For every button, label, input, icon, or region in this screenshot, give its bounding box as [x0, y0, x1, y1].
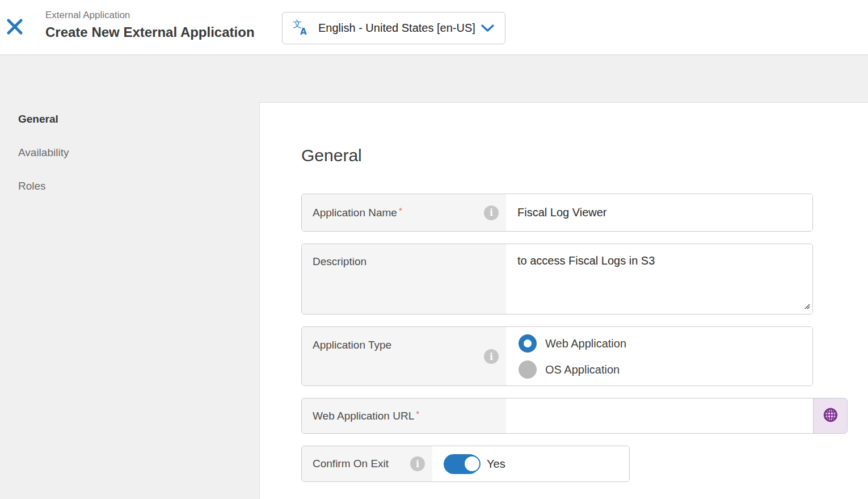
application-name-label: Application Name* [313, 207, 402, 219]
general-panel: General Application Name* i Description [259, 102, 868, 499]
toggle-knob [464, 455, 481, 472]
language-selector[interactable]: 文 A English - United States [en-US] [282, 12, 505, 44]
description-label: Description [313, 255, 366, 268]
info-icon[interactable]: i [484, 349, 499, 364]
general-form: Application Name* i Description to acces… [301, 194, 852, 494]
web-application-url-row: Web Application URL* [301, 398, 852, 434]
section-heading: General [301, 146, 362, 165]
open-url-button[interactable] [813, 398, 848, 434]
header: External Application Create New External… [0, 0, 868, 55]
radio-unselected-icon [519, 360, 537, 379]
sidebar-item-general[interactable]: General [18, 112, 58, 126]
sidebar-item-availability[interactable]: Availability [18, 146, 69, 160]
info-icon[interactable]: i [410, 456, 425, 471]
radio-web-application-label: Web Application [545, 337, 626, 350]
application-name-labelcell: Application Name* i [302, 194, 506, 231]
application-type-row: Application Type i Web Application OS Ap… [301, 326, 852, 386]
language-selector-value: English - United States [en-US] [318, 22, 475, 35]
svg-text:A: A [300, 27, 307, 36]
application-type-labelcell: Application Type i [302, 327, 506, 385]
description-textarea[interactable]: to access Fiscal Logs in S3 [506, 244, 812, 314]
chevron-down-icon [481, 24, 495, 32]
header-subtitle: External Application [45, 9, 255, 22]
title-block: External Application Create New External… [45, 9, 255, 41]
page-title: Create New External Application [45, 23, 255, 41]
description-row: Description to access Fiscal Logs in S3 [301, 244, 852, 315]
web-application-url-input[interactable] [506, 399, 813, 433]
web-application-url-labelcell: Web Application URL* [302, 399, 506, 433]
radio-web-application[interactable]: Web Application [519, 334, 626, 353]
close-icon [5, 17, 24, 38]
sidebar-item-roles[interactable]: Roles [18, 179, 46, 193]
confirm-on-exit-toggle[interactable] [444, 454, 479, 474]
info-icon[interactable]: i [484, 206, 499, 220]
confirm-on-exit-labelcell: Confirm On Exit i [302, 446, 432, 481]
radio-selected-icon [519, 334, 537, 353]
radio-os-application[interactable]: OS Application [519, 360, 626, 379]
web-application-url-label: Web Application URL* [313, 410, 419, 422]
confirm-on-exit-row: Confirm On Exit i Yes [301, 446, 852, 482]
application-name-input[interactable] [506, 194, 812, 231]
required-asterisk: * [399, 206, 402, 215]
required-asterisk: * [416, 409, 419, 418]
globe-icon [820, 405, 841, 427]
application-name-row: Application Name* i [301, 194, 852, 232]
confirm-on-exit-state: Yes [487, 458, 505, 471]
close-button[interactable] [3, 16, 26, 39]
application-type-label: Application Type [313, 339, 391, 351]
radio-os-application-label: OS Application [545, 363, 620, 376]
description-labelcell: Description [302, 244, 506, 314]
translate-icon: 文 A [293, 19, 310, 37]
confirm-on-exit-label: Confirm On Exit [313, 458, 389, 470]
